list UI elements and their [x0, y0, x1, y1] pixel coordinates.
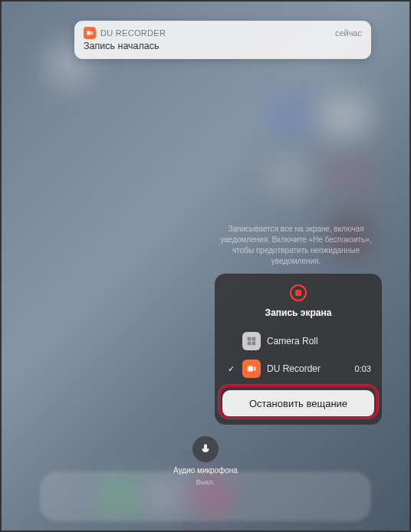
- recording-indicator-dot: [295, 290, 301, 296]
- svg-rect-5: [248, 366, 253, 372]
- du-recorder-app-icon: [84, 27, 96, 39]
- svg-rect-3: [248, 342, 252, 346]
- bg-blob: [317, 94, 371, 140]
- microphone-control: Аудио микрофона Выкл.: [2, 436, 409, 486]
- svg-rect-0: [87, 31, 90, 35]
- recording-indicator-icon[interactable]: [290, 284, 307, 301]
- microphone-toggle-button[interactable]: [192, 436, 219, 462]
- notification-message: Запись началась: [84, 41, 362, 51]
- panel-title: Запись экрана: [215, 307, 382, 318]
- microphone-label: Аудио микрофона: [173, 466, 238, 475]
- notification-header: DU RECORDER сейчас: [84, 27, 362, 39]
- camera-roll-icon: [242, 332, 261, 350]
- broadcast-target-camera-roll[interactable]: Camera Roll: [215, 327, 382, 355]
- broadcast-target-du-recorder[interactable]: ✓ DU Recorder 0:03: [215, 355, 382, 383]
- recording-hint-text: Записывается все на экране, включая увед…: [212, 224, 380, 267]
- bg-blob: [268, 94, 310, 136]
- microphone-icon: [199, 443, 212, 455]
- bg-blob: [268, 155, 310, 197]
- notification-timestamp: сейчас: [335, 28, 362, 38]
- svg-rect-4: [252, 342, 256, 346]
- target-label: Camera Roll: [267, 336, 371, 346]
- recording-duration: 0:03: [355, 364, 371, 373]
- notification-app-name: DU RECORDER: [100, 28, 166, 38]
- stop-broadcast-button[interactable]: Остановить вещание: [222, 390, 374, 417]
- screen-recording-panel: Запись экрана Camera Roll ✓ DU Recorder …: [215, 274, 382, 425]
- svg-rect-2: [252, 337, 256, 341]
- microphone-status: Выкл.: [196, 478, 215, 486]
- target-label: DU Recorder: [267, 363, 349, 374]
- bg-blob: [329, 155, 371, 197]
- svg-rect-1: [248, 337, 252, 341]
- checkmark-icon: ✓: [225, 364, 236, 374]
- notification-banner[interactable]: DU RECORDER сейчас Запись началась: [74, 21, 371, 59]
- du-recorder-icon: [242, 360, 261, 378]
